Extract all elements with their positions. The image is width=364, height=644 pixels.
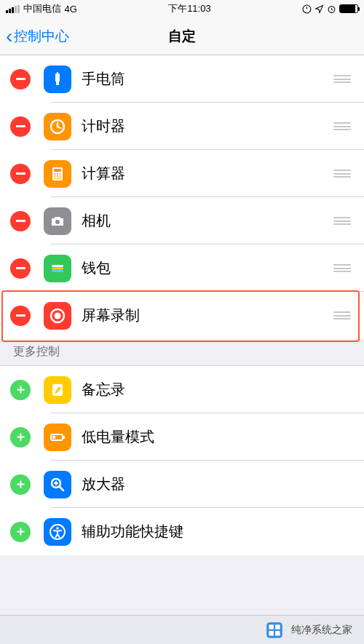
section-header: 更多控制 — [0, 344, 73, 359]
back-button[interactable]: ‹ 控制中心 — [0, 26, 69, 47]
location-icon — [314, 4, 324, 14]
svg-rect-6 — [54, 169, 61, 172]
timer-icon — [44, 113, 71, 140]
svg-rect-31 — [275, 624, 280, 629]
remove-button[interactable] — [10, 69, 31, 90]
footer-brand: 纯净系统之家 — [291, 624, 352, 637]
svg-point-14 — [57, 178, 58, 179]
remove-button[interactable] — [10, 164, 31, 184]
row-label: 钱包 — [82, 258, 333, 278]
control-row-magnifier: 放大器 — [0, 461, 364, 508]
svg-rect-32 — [269, 631, 274, 636]
svg-point-7 — [55, 173, 56, 175]
chevron-left-icon: ‹ — [6, 26, 12, 47]
footer-logo-icon — [265, 621, 284, 640]
record-icon — [44, 302, 71, 330]
signal-icon — [6, 5, 20, 13]
control-row-wallet: 钱包 — [0, 245, 364, 292]
control-row-screenrecord: 屏幕录制 — [0, 292, 364, 339]
remove-button[interactable] — [10, 306, 31, 326]
control-row-lowpower: 低电量模式 — [0, 413, 364, 461]
svg-point-16 — [55, 220, 60, 224]
alarm-icon — [327, 4, 336, 14]
control-row-notes: 备忘录 — [0, 366, 364, 413]
row-label: 放大器 — [82, 474, 351, 494]
control-row-accessibility: 辅助功能快捷键 — [0, 508, 364, 555]
wallet-icon — [44, 255, 71, 282]
remove-button[interactable] — [10, 116, 31, 137]
add-button[interactable] — [10, 427, 31, 448]
svg-point-21 — [55, 312, 61, 319]
camera-icon — [44, 207, 71, 235]
row-label: 屏幕录制 — [82, 306, 333, 325]
carrier-label: 中国电信 — [23, 2, 61, 15]
reorder-handle[interactable] — [333, 211, 351, 231]
access-icon — [44, 518, 71, 546]
network-label: 4G — [65, 4, 77, 15]
status-bar: 中国电信 4G 下午11:03 — [0, 0, 364, 17]
remove-button[interactable] — [10, 211, 31, 231]
svg-point-12 — [60, 175, 61, 177]
row-label: 备忘录 — [82, 380, 351, 399]
calc-icon — [44, 160, 71, 188]
row-label: 辅助功能快捷键 — [82, 522, 351, 541]
notes-icon — [44, 376, 71, 404]
svg-rect-18 — [52, 267, 63, 269]
included-section: 手电筒 计时器 计算器 相机 钱包 — [0, 55, 364, 339]
svg-rect-30 — [269, 624, 274, 629]
row-label: 计算器 — [82, 164, 333, 183]
add-button[interactable] — [10, 522, 31, 542]
flash-icon — [44, 65, 71, 93]
clock-label: 下午11:03 — [168, 2, 211, 15]
svg-rect-25 — [63, 436, 65, 439]
svg-point-10 — [55, 175, 56, 177]
more-controls-section: 更多控制 备忘录 低电量模式 放大器 辅助功能 — [0, 365, 364, 555]
remove-button[interactable] — [10, 258, 31, 279]
row-label: 低电量模式 — [82, 427, 351, 447]
reorder-handle[interactable] — [333, 164, 351, 183]
control-row-camera: 相机 — [0, 197, 364, 245]
reorder-handle[interactable] — [333, 258, 351, 278]
add-button[interactable] — [10, 380, 31, 400]
row-label: 手电筒 — [82, 69, 333, 89]
svg-point-8 — [57, 173, 58, 175]
navigation-bar: ‹ 控制中心 自定 — [0, 17, 364, 55]
svg-point-13 — [55, 178, 56, 179]
svg-point-28 — [56, 527, 59, 530]
control-row-timer: 计时器 — [0, 103, 364, 150]
battery-icon — [339, 4, 358, 13]
svg-point-9 — [60, 173, 61, 175]
lock-icon — [302, 4, 312, 14]
control-row-calculator: 计算器 — [0, 150, 364, 197]
svg-rect-33 — [275, 631, 280, 636]
svg-point-11 — [57, 175, 58, 177]
back-label: 控制中心 — [14, 27, 69, 46]
svg-point-15 — [60, 178, 61, 179]
svg-rect-29 — [266, 622, 282, 638]
svg-rect-17 — [52, 265, 63, 267]
footer-watermark: 纯净系统之家 www.kzmyhome.com — [0, 615, 364, 644]
add-button[interactable] — [10, 474, 31, 495]
reorder-handle[interactable] — [333, 69, 351, 89]
svg-rect-19 — [52, 270, 63, 272]
row-label: 相机 — [82, 211, 333, 231]
magnify-icon — [44, 471, 71, 498]
svg-rect-24 — [52, 436, 55, 439]
row-label: 计时器 — [82, 116, 333, 136]
reorder-handle[interactable] — [333, 306, 351, 325]
svg-rect-3 — [56, 82, 59, 85]
control-row-flashlight: 手电筒 — [0, 55, 364, 103]
svg-rect-2 — [55, 73, 60, 82]
reorder-handle[interactable] — [333, 116, 351, 136]
lowbat-icon — [44, 424, 71, 451]
page-title: 自定 — [168, 27, 196, 46]
